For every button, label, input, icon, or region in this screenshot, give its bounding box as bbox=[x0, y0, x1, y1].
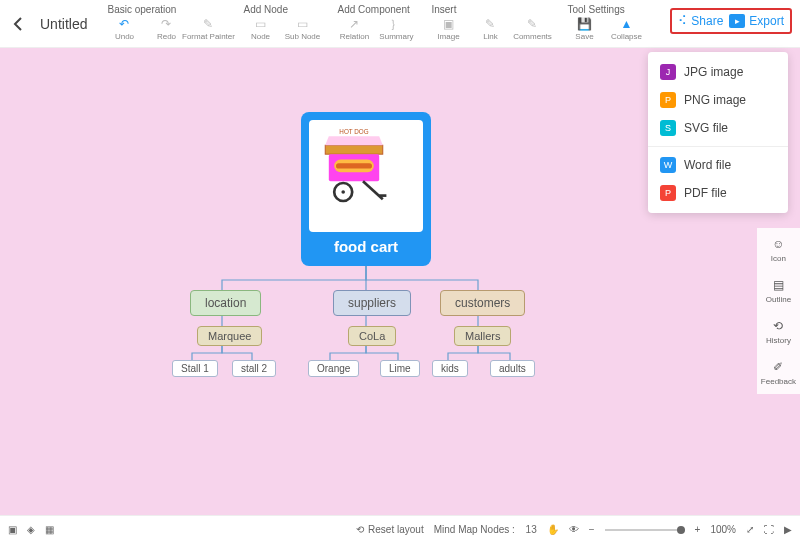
node-adults[interactable]: adults bbox=[490, 360, 535, 377]
node-lime[interactable]: Lime bbox=[380, 360, 420, 377]
chevron-left-icon bbox=[12, 17, 24, 31]
export-png[interactable]: PPNG image bbox=[648, 86, 788, 114]
zoom-in-button[interactable]: + bbox=[695, 524, 701, 535]
zoom-slider[interactable] bbox=[605, 529, 685, 531]
footer-theme-button[interactable]: ◈ bbox=[27, 524, 35, 535]
present-button[interactable]: ▶ bbox=[784, 524, 792, 535]
footer-view-button[interactable]: ▣ bbox=[8, 524, 17, 535]
toolbar-group-basic: Basic operation ↶Undo ↷Redo ✎Format Pain… bbox=[107, 4, 225, 41]
node-stall-1[interactable]: Stall 1 bbox=[172, 360, 218, 377]
node-marquee[interactable]: Marquee bbox=[197, 326, 262, 346]
zoom-out-button[interactable]: − bbox=[589, 524, 595, 535]
export-dropdown: JJPG image PPNG image SSVG file WWord fi… bbox=[648, 52, 788, 213]
image-button[interactable]: ▣Image bbox=[431, 17, 465, 41]
svg-icon: S bbox=[660, 120, 676, 136]
toolbar-group-add-component: Add Component ↗Relation ｝Summary bbox=[337, 4, 413, 41]
export-svg[interactable]: SSVG file bbox=[648, 114, 788, 142]
link-button[interactable]: ✎Link bbox=[473, 17, 507, 41]
side-rail: ☺Icon ▤Outline ⟲History ✐Feedback bbox=[757, 228, 800, 394]
save-button[interactable]: 💾Save bbox=[567, 17, 601, 41]
zoom-thumb[interactable] bbox=[677, 526, 685, 534]
sub-node-button[interactable]: ▭Sub Node bbox=[285, 17, 319, 41]
export-icon: ▸ bbox=[729, 14, 745, 28]
root-label: food cart bbox=[334, 238, 398, 255]
fit-button[interactable]: ⤢ bbox=[746, 524, 754, 535]
share-export-group: ⠪ Share ▸ Export bbox=[670, 8, 792, 34]
export-button[interactable]: ▸ Export bbox=[729, 14, 784, 28]
share-button[interactable]: ⠪ Share bbox=[678, 14, 723, 28]
node-button[interactable]: ▭Node bbox=[243, 17, 277, 41]
toolbar-group-add-node: Add Node ▭Node ▭Sub Node bbox=[243, 4, 319, 41]
reset-layout-button[interactable]: ⟲Reset layout bbox=[356, 524, 424, 535]
word-icon: W bbox=[660, 157, 676, 173]
collapse-button[interactable]: ▲Collapse bbox=[609, 17, 643, 41]
node-customers[interactable]: customers bbox=[440, 290, 525, 316]
app-header: Untitled Basic operation ↶Undo ↷Redo ✎Fo… bbox=[0, 0, 800, 48]
document-title[interactable]: Untitled bbox=[40, 4, 87, 44]
redo-button[interactable]: ↷Redo bbox=[149, 17, 183, 41]
toolbar-group-insert: Insert ▣Image ✎Link ✎Comments bbox=[431, 4, 549, 41]
smile-icon: ☺ bbox=[770, 236, 786, 252]
undo-button[interactable]: ↶Undo bbox=[107, 17, 141, 41]
node-orange[interactable]: Orange bbox=[308, 360, 359, 377]
pdf-icon: P bbox=[660, 185, 676, 201]
toolbar-group-tool-settings: Tool Settings 💾Save ▲Collapse bbox=[567, 4, 643, 41]
status-bar: ▣ ◈ ▦ ⟲Reset layout Mind Map Nodes : 13 … bbox=[0, 515, 800, 543]
rail-icon[interactable]: ☺Icon bbox=[761, 236, 796, 263]
footer-layout-button[interactable]: ▦ bbox=[45, 524, 54, 535]
png-icon: P bbox=[660, 92, 676, 108]
outline-icon: ▤ bbox=[770, 277, 786, 293]
export-word[interactable]: WWord file bbox=[648, 151, 788, 179]
comments-button[interactable]: ✎Comments bbox=[515, 17, 549, 41]
share-icon: ⠪ bbox=[678, 14, 687, 28]
rail-history[interactable]: ⟲History bbox=[761, 318, 796, 345]
node-kids[interactable]: kids bbox=[432, 360, 468, 377]
format-painter-button[interactable]: ✎Format Painter bbox=[191, 17, 225, 41]
node-cola[interactable]: CoLa bbox=[348, 326, 396, 346]
node-location[interactable]: location bbox=[190, 290, 261, 316]
back-button[interactable] bbox=[8, 4, 28, 44]
node-suppliers[interactable]: suppliers bbox=[333, 290, 411, 316]
jpg-icon: J bbox=[660, 64, 676, 80]
summary-button[interactable]: ｝Summary bbox=[379, 17, 413, 41]
history-icon: ⟲ bbox=[770, 318, 786, 334]
svg-text:HOT DOG: HOT DOG bbox=[339, 128, 368, 135]
fullscreen-button[interactable]: ⛶ bbox=[764, 524, 774, 535]
food-cart-icon: HOT DOG bbox=[309, 120, 399, 210]
svg-point-6 bbox=[341, 190, 345, 194]
relation-button[interactable]: ↗Relation bbox=[337, 17, 371, 41]
svg-rect-4 bbox=[336, 163, 372, 168]
svg-rect-0 bbox=[325, 145, 383, 154]
rail-feedback[interactable]: ✐Feedback bbox=[761, 359, 796, 386]
hand-icon[interactable]: ✋ bbox=[547, 524, 559, 535]
feedback-icon: ✐ bbox=[770, 359, 786, 375]
node-stall-2[interactable]: stall 2 bbox=[232, 360, 276, 377]
node-mallers[interactable]: Mallers bbox=[454, 326, 511, 346]
export-jpg[interactable]: JJPG image bbox=[648, 58, 788, 86]
zoom-value: 100% bbox=[710, 524, 736, 535]
rail-outline[interactable]: ▤Outline bbox=[761, 277, 796, 304]
toolbar: Basic operation ↶Undo ↷Redo ✎Format Pain… bbox=[107, 4, 670, 41]
node-count: Mind Map Nodes : 13 bbox=[434, 524, 537, 535]
root-node[interactable]: HOT DOG food cart bbox=[301, 112, 431, 266]
export-separator bbox=[648, 146, 788, 147]
export-pdf[interactable]: PPDF file bbox=[648, 179, 788, 207]
root-image: HOT DOG bbox=[309, 120, 423, 232]
eye-icon[interactable]: 👁 bbox=[569, 524, 579, 535]
